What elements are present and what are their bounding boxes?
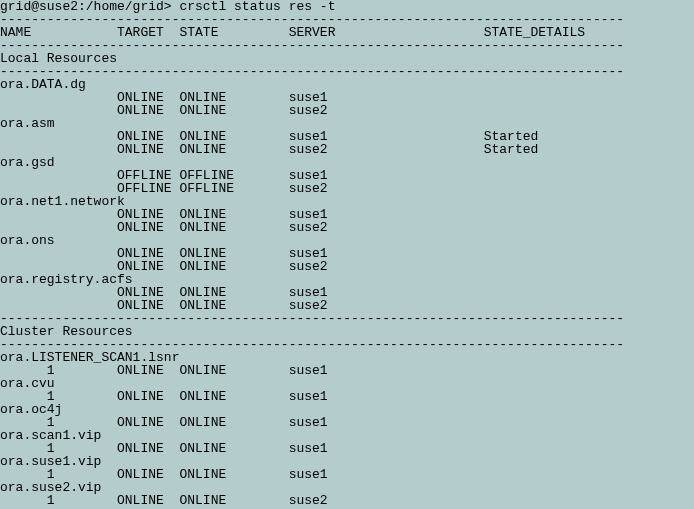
terminal-output: grid@suse2:/home/grid> crsctl status res… bbox=[0, 0, 694, 507]
